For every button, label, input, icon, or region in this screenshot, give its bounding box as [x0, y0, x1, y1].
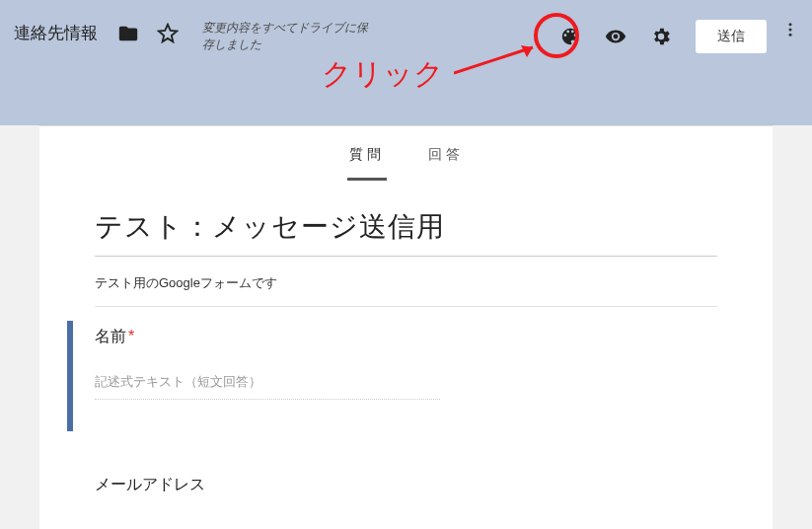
tab-questions[interactable]: 質問: [347, 140, 387, 181]
svg-point-1: [789, 29, 792, 32]
svg-point-2: [789, 34, 792, 37]
save-status: 変更内容をすべてドライブに保存しました: [202, 20, 370, 53]
svg-marker-4: [521, 45, 533, 57]
short-answer-placeholder: 記述式テキスト（短文回答）: [95, 373, 440, 400]
form-title[interactable]: テスト：メッセージ送信用: [95, 208, 717, 257]
required-mark: *: [128, 328, 134, 344]
svg-point-0: [789, 23, 792, 26]
star-icon[interactable]: [155, 21, 181, 46]
form-editor: 質問 回答 テスト：メッセージ送信用 テスト用のGoogleフォームです 名前*…: [39, 125, 773, 529]
header-actions: 送信: [548, 20, 778, 53]
folder-icon[interactable]: [115, 21, 141, 46]
svg-line-3: [454, 47, 533, 73]
annotation-label: クリック: [322, 54, 444, 95]
more-icon[interactable]: [778, 21, 802, 38]
form-description[interactable]: テスト用のGoogleフォームです: [95, 274, 717, 307]
question-card-2[interactable]: メールアドレス: [69, 453, 743, 523]
tab-responses[interactable]: 回答: [426, 140, 466, 181]
editor-tabs: 質問 回答: [39, 126, 773, 181]
form-header-card[interactable]: テスト：メッセージ送信用 テスト用のGoogleフォームです: [69, 190, 743, 317]
form-name[interactable]: 連絡先情報: [14, 22, 98, 44]
question-text: 名前: [95, 328, 126, 344]
preview-icon[interactable]: [603, 24, 628, 49]
question-label[interactable]: メールアドレス: [95, 475, 717, 495]
annotation-arrow: [454, 41, 553, 81]
palette-icon[interactable]: [557, 24, 583, 49]
send-button[interactable]: 送信: [696, 20, 767, 53]
gear-icon[interactable]: [648, 24, 674, 49]
app-header: 連絡先情報 変更内容をすべてドライブに保存しました 送信 クリック: [0, 0, 812, 125]
question-card-1[interactable]: 名前* 記述式テキスト（短文回答）: [67, 321, 745, 431]
question-label[interactable]: 名前*: [95, 327, 723, 347]
